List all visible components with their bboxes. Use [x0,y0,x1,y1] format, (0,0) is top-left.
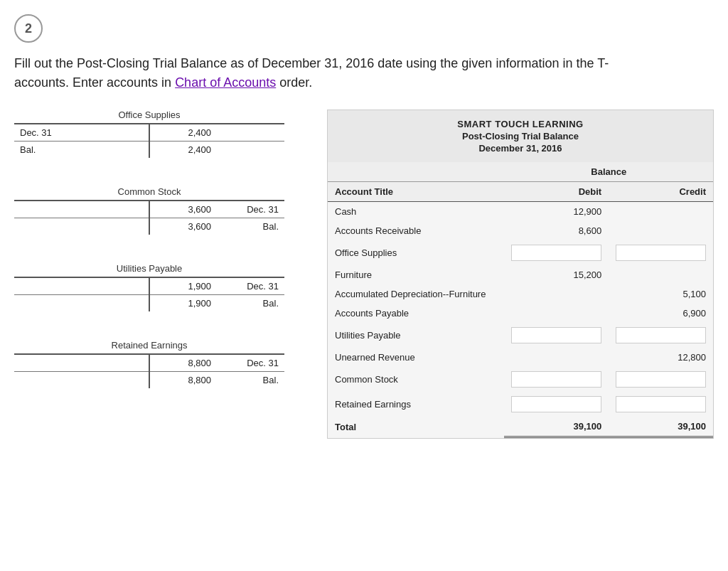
t-account-title: Retained Earnings [14,340,284,351]
trial-balance-section: SMART TOUCH LEARNING Post-Closing Trial … [327,110,714,439]
main-content: Office Supplies Dec. 31 2,400 Bal. 2,400… [14,110,714,439]
credit-cell[interactable] [609,392,713,417]
t-account-title: Utilities Payable [14,263,284,274]
debit-input[interactable] [511,245,601,261]
t-account-retained-earnings: Retained Earnings 8,800 Dec. 31 8,800 Ba… [14,340,284,388]
company-name: SMART TOUCH LEARNING [333,119,707,129]
account-name: Accounts Payable [328,304,504,323]
debit-value [504,284,609,304]
t-value: 2,400 [149,142,217,159]
total-debit: 39,100 [504,417,609,437]
credit-cell[interactable] [609,240,713,265]
total-label: Total [328,417,504,437]
t-value [217,124,284,142]
table-row: Accounts Receivable 8,600 [328,221,713,240]
t-value: 2,400 [149,124,217,142]
tb-header: SMART TOUCH LEARNING Post-Closing Trial … [328,110,713,162]
t-label [14,295,149,312]
credit-value [609,265,713,284]
t-value [217,142,284,159]
account-name: Accumulated Depreciation--Furniture [328,284,504,304]
instruction-text: Fill out the Post-Closing Trial Balance … [14,54,626,92]
tb-title: Post-Closing Trial Balance [333,131,707,142]
table-row: Utilities Payable [328,323,713,348]
account-name: Accounts Receivable [328,221,504,240]
credit-value: 12,800 [609,348,713,367]
t-label: Bal. [14,142,149,159]
debit-value: 12,900 [504,202,609,222]
t-value: 8,800 [149,354,217,372]
credit-cell[interactable] [609,323,713,348]
debit-input[interactable] [511,396,601,412]
table-row: Office Supplies [328,240,713,265]
debit-input[interactable] [511,371,601,388]
debit-cell[interactable] [504,240,609,265]
trial-balance-table: Balance Account Title Debit Credit Cash … [328,162,713,438]
t-label [14,372,149,389]
table-row: Retained Earnings [328,392,713,417]
col-credit-label: Credit [609,182,713,202]
credit-value [609,221,713,240]
credit-input[interactable] [616,327,706,343]
t-label [14,354,149,372]
t-value: 3,600 [149,218,217,235]
account-name: Cash [328,202,504,222]
t-account-common-stock: Common Stock 3,600 Dec. 31 3,600 Bal. [14,186,284,235]
t-value: 3,600 [149,201,217,218]
table-row: Accumulated Depreciation--Furniture 5,10… [328,284,713,304]
total-row: Total 39,100 39,100 [328,417,713,437]
balance-header: Balance [504,162,713,182]
t-label: Dec. 31 [217,354,284,372]
credit-input[interactable] [616,396,706,412]
credit-cell[interactable] [609,367,713,392]
col-account-header [328,162,504,182]
debit-value: 15,200 [504,265,609,284]
debit-value: 8,600 [504,221,609,240]
debit-value [504,304,609,323]
t-label [14,201,149,218]
debit-cell[interactable] [504,323,609,348]
col-account-label: Account Title [328,182,504,202]
account-name: Utilities Payable [328,323,504,348]
account-name: Unearned Revenue [328,348,504,367]
t-value: 1,900 [149,277,217,295]
t-value: 8,800 [149,372,217,389]
t-label: Dec. 31 [14,124,149,142]
debit-input[interactable] [511,327,601,343]
table-row: Accounts Payable 6,900 [328,304,713,323]
debit-cell[interactable] [504,367,609,392]
table-row: Common Stock [328,367,713,392]
credit-value: 6,900 [609,304,713,323]
table-row: Unearned Revenue 12,800 [328,348,713,367]
t-account-title: Office Supplies [14,110,284,120]
credit-value [609,202,713,222]
col-debit-label: Debit [504,182,609,202]
debit-value [504,348,609,367]
t-label: Dec. 31 [217,277,284,295]
t-account-title: Common Stock [14,186,284,197]
t-account-office-supplies: Office Supplies Dec. 31 2,400 Bal. 2,400 [14,110,284,158]
credit-input[interactable] [616,245,706,261]
chart-of-accounts-link[interactable]: Chart of Accounts [175,75,276,90]
t-label [14,277,149,295]
table-row: Cash 12,900 [328,202,713,222]
table-row: Furniture 15,200 [328,265,713,284]
debit-cell[interactable] [504,392,609,417]
credit-input[interactable] [616,371,706,388]
account-name: Furniture [328,265,504,284]
t-label [14,218,149,235]
credit-value: 5,100 [609,284,713,304]
t-label: Dec. 31 [217,201,284,218]
account-name: Office Supplies [328,240,504,265]
total-credit: 39,100 [609,417,713,437]
t-label: Bal. [217,372,284,389]
tb-date: December 31, 2016 [333,143,707,154]
t-label: Bal. [217,218,284,235]
t-label: Bal. [217,295,284,312]
account-name: Common Stock [328,367,504,392]
t-value: 1,900 [149,295,217,312]
step-circle: 2 [14,14,43,43]
account-name: Retained Earnings [328,392,504,417]
t-accounts-section: Office Supplies Dec. 31 2,400 Bal. 2,400… [14,110,299,417]
t-account-utilities-payable: Utilities Payable 1,900 Dec. 31 1,900 Ba… [14,263,284,311]
